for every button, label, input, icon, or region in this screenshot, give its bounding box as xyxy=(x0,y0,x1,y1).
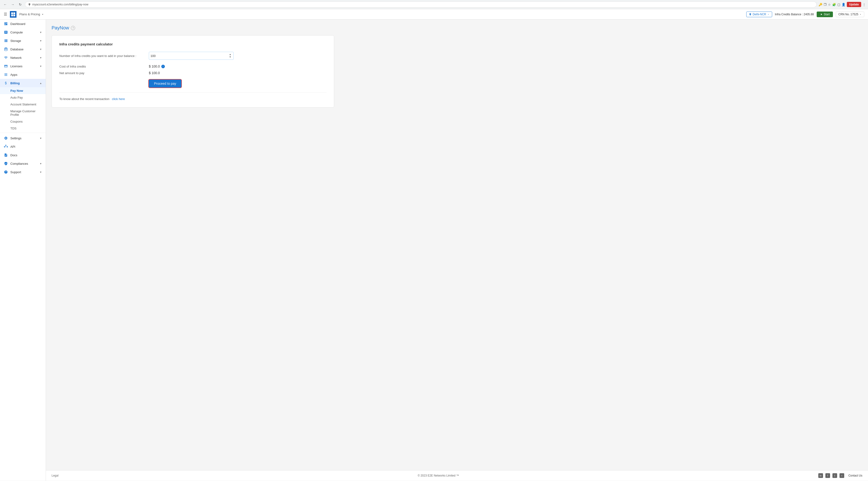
sidebar-item-storage[interactable]: Storage ▼ xyxy=(0,36,46,45)
database-chevron-icon: ▼ xyxy=(39,48,42,51)
bookmark-icon: ☆ xyxy=(828,3,831,6)
legal-label[interactable]: Legal xyxy=(52,474,58,477)
sidebar-item-dashboard[interactable]: Dashboard xyxy=(0,20,46,28)
facebook-icon[interactable]: f xyxy=(826,473,830,478)
topbar-right: Delhi-NCR Infra Credits Balance : 2405.8… xyxy=(746,11,864,17)
address-bar[interactable]: myaccount.e2enetworks.com/billing/pay-no… xyxy=(25,1,817,7)
profile-icon: 👤 xyxy=(842,3,845,6)
svg-point-4 xyxy=(4,47,7,49)
section-title: Infra credits payment calculator xyxy=(59,42,327,46)
sidebar-item-docs[interactable]: Docs xyxy=(0,151,46,159)
database-icon xyxy=(4,47,8,51)
extensions-icon: 🧩 xyxy=(832,3,836,6)
sidebar-item-network[interactable]: Network ▼ xyxy=(0,54,46,62)
menu-toggle-button[interactable]: ☰ xyxy=(4,12,7,17)
compliances-chevron-icon: ▼ xyxy=(39,162,42,165)
click-here-link[interactable]: click here xyxy=(112,97,125,101)
back-button[interactable]: ← xyxy=(2,2,8,7)
net-amount-label: Net amount to pay xyxy=(59,71,149,75)
rss-icon[interactable]: ≈ xyxy=(839,473,844,478)
url-display: myaccount.e2enetworks.com/billing/pay-no… xyxy=(32,3,88,6)
help-icon[interactable]: ? xyxy=(71,26,75,30)
browser-chrome: ← → ↻ myaccount.e2enetworks.com/billing/… xyxy=(0,0,868,9)
topbar: ☰ Plans & Pricing Delhi-NCR Infra Credit… xyxy=(0,9,868,20)
share-icon: ❐ xyxy=(824,3,827,6)
app-layout: ☰ Plans & Pricing Delhi-NCR Infra Credit… xyxy=(0,9,868,481)
location-pin-icon xyxy=(749,13,752,16)
content-area: PayNow ? Infra credits payment calculato… xyxy=(46,20,868,470)
spinner-down-button[interactable]: ▼ xyxy=(228,56,232,58)
sidebar-sub-item-account-statement[interactable]: Account Statement xyxy=(0,101,46,108)
credits-spinner[interactable]: ▲ ▼ xyxy=(149,52,234,60)
key-icon: 🔑 xyxy=(818,3,822,6)
proceed-btn-wrap: Proceed to pay xyxy=(149,79,327,88)
svg-rect-1 xyxy=(13,12,15,14)
sidebar-sub-item-manage-customer-profile[interactable]: Manage Customer Profile xyxy=(0,108,46,118)
footer: Legal © 2023 E2E Networks Limited ™ in f… xyxy=(46,470,868,481)
sidebar-item-licenses[interactable]: Licenses ▼ xyxy=(0,62,46,70)
support-chevron-icon: ▼ xyxy=(39,171,42,173)
spinner-up-button[interactable]: ▲ xyxy=(228,53,232,56)
net-amount-value: $ 100.0 xyxy=(149,71,160,75)
reload-button[interactable]: ↻ xyxy=(18,2,23,7)
more-icon: ⋮ xyxy=(863,3,866,6)
api-icon xyxy=(4,145,8,149)
crn-chevron-icon xyxy=(859,13,862,15)
sidebar-sub-item-pay-now[interactable]: Pay Now xyxy=(0,87,46,94)
region-selector[interactable]: Delhi-NCR xyxy=(746,11,772,17)
credits-input-wrap: ▲ ▼ xyxy=(149,52,234,60)
start-icon xyxy=(820,13,823,16)
sidebar-item-settings[interactable]: Settings ▼ xyxy=(0,134,46,142)
copyright-label: © 2023 E2E Networks Limited ™ xyxy=(58,474,818,477)
sidebar-sub-item-coupons[interactable]: Coupons xyxy=(0,118,46,125)
region-chevron-icon xyxy=(767,13,770,15)
sidebar-item-apps[interactable]: Apps xyxy=(0,70,46,79)
svg-rect-2 xyxy=(11,14,13,16)
crn-selector[interactable]: CRN No. 17525 xyxy=(836,11,864,17)
cost-info-icon[interactable]: i xyxy=(161,65,165,68)
net-amount-row: Net amount to pay $ 100.0 xyxy=(59,71,327,75)
sidebar-sub-item-tds[interactable]: TDS xyxy=(0,125,46,132)
compliances-icon xyxy=(4,161,8,166)
proceed-to-pay-button[interactable]: Proceed to pay xyxy=(149,79,181,88)
twitter-icon[interactable]: t xyxy=(832,473,837,478)
sidebar-item-compute[interactable]: Compute ▼ xyxy=(0,28,46,36)
start-button[interactable]: Start xyxy=(817,11,833,17)
compute-chevron-icon: ▼ xyxy=(39,31,42,34)
support-icon xyxy=(4,170,8,174)
breadcrumb[interactable]: Plans & Pricing xyxy=(19,12,44,16)
cost-row: Cost of Infra credits $ 100.0 i xyxy=(59,64,327,68)
cost-label: Cost of Infra credits xyxy=(59,65,149,68)
sidebar-item-support[interactable]: Support ▼ xyxy=(0,168,46,176)
credits-value-input[interactable] xyxy=(151,54,228,58)
update-button[interactable]: Update xyxy=(847,2,861,7)
sidebar-item-billing[interactable]: Billing ▲ xyxy=(0,79,46,87)
storage-icon xyxy=(4,39,8,43)
svg-rect-3 xyxy=(13,14,15,16)
info-row: To know about the recent transaction cli… xyxy=(59,97,327,101)
page-title: PayNow xyxy=(52,25,69,31)
sidebar-sub-item-auto-pay[interactable]: Auto Pay xyxy=(0,94,46,101)
sidebar-item-database[interactable]: Database ▼ xyxy=(0,45,46,54)
sidebar: Dashboard Compute ▼ Storage ▼ xyxy=(0,20,46,481)
compute-icon xyxy=(4,30,8,34)
network-icon xyxy=(4,56,8,60)
app-logo xyxy=(10,11,17,18)
region-label: Delhi-NCR xyxy=(753,13,766,16)
sidebar-item-compliances[interactable]: Compliances ▼ xyxy=(0,159,46,168)
page-title-row: PayNow ? xyxy=(52,25,862,31)
sidebar-item-api[interactable]: API xyxy=(0,142,46,151)
contact-label[interactable]: Contact Us xyxy=(848,474,862,477)
dashboard-icon xyxy=(4,22,8,26)
settings-icon xyxy=(4,136,8,140)
window-icon: ▢ xyxy=(837,3,840,6)
licenses-chevron-icon: ▼ xyxy=(39,65,42,68)
billing-icon xyxy=(4,81,8,85)
svg-rect-0 xyxy=(11,12,13,14)
crn-label: CRN No. 17525 xyxy=(838,13,858,16)
linkedin-icon[interactable]: in xyxy=(818,473,823,478)
main-layout: Dashboard Compute ▼ Storage ▼ xyxy=(0,20,868,481)
spinner-buttons: ▲ ▼ xyxy=(228,53,232,58)
credits-input-row: Number of Infra credits you want to add … xyxy=(59,52,327,60)
forward-button[interactable]: → xyxy=(10,2,16,7)
